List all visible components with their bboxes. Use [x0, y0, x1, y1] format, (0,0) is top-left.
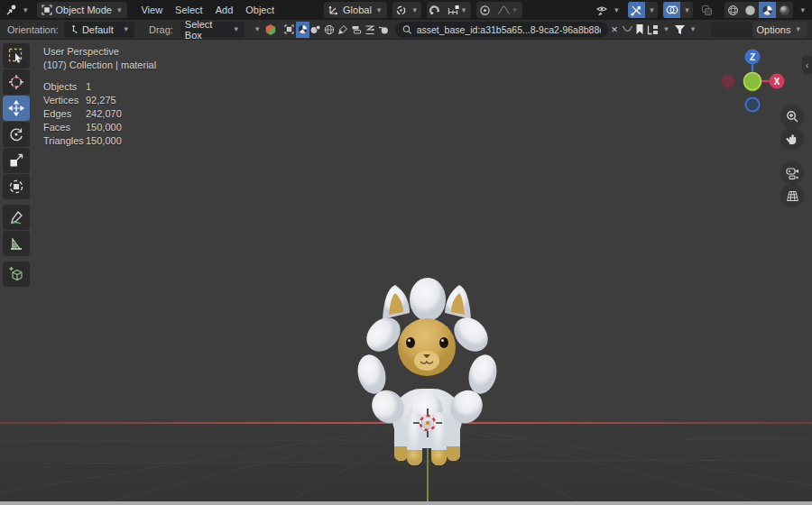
menu-add[interactable]: Add: [209, 2, 240, 18]
chevron-down-icon: ▾: [22, 6, 30, 14]
tool-transform[interactable]: [3, 174, 30, 199]
hand-icon: [786, 133, 798, 145]
printable-icon: [364, 24, 375, 35]
search-icon: [402, 24, 412, 35]
stat-label: Triangles: [43, 134, 86, 148]
drag-mode-dropdown[interactable]: Select Box ▾: [180, 22, 245, 38]
brush-icon: [337, 24, 348, 35]
asset-type-nodegroup-button[interactable]: [376, 22, 390, 38]
menu-view[interactable]: View: [134, 2, 169, 18]
tool-measure[interactable]: [3, 231, 30, 256]
menu-object[interactable]: Object: [239, 2, 281, 18]
drag-mode-value: Select Box: [185, 19, 229, 41]
asset-type-printable-button[interactable]: [363, 22, 376, 38]
shading-wireframe-button[interactable]: [724, 2, 742, 18]
orientation-dropdown-value: Default: [82, 24, 114, 35]
tool-rotate[interactable]: [3, 122, 30, 147]
drag-label: Drag:: [149, 24, 173, 35]
pan-button[interactable]: [780, 127, 804, 151]
tool-move[interactable]: [3, 96, 30, 121]
mode-dropdown[interactable]: Object Mode ▾: [37, 2, 128, 18]
xray-toggle[interactable]: [698, 2, 715, 18]
viewport-3d[interactable]: User Perspective (107) Collection | mate…: [0, 40, 812, 501]
chevron-down-icon: ▾: [232, 25, 240, 33]
tool-settings-bar: Orientation: Default ▾ Drag: Select Box …: [0, 20, 812, 40]
filter-dropdown[interactable]: ▾: [672, 22, 699, 38]
asset-search-field[interactable]: asset_base_id:a31b5a65...8-9ca2-96a8b88d…: [395, 22, 608, 38]
viewport-overlay-text: User Perspective (107) Collection | mate…: [43, 45, 156, 148]
proportional-edit-toggle[interactable]: [476, 2, 494, 18]
shading-solid-button[interactable]: [742, 2, 759, 18]
asset-type-addon-button[interactable]: [350, 22, 364, 38]
asset-type-scene-button[interactable]: [309, 22, 323, 38]
falloff-curve-icon: [497, 5, 511, 15]
orientation-label: Orientation:: [7, 24, 59, 35]
categories-dropdown[interactable]: ▾: [645, 22, 672, 38]
camera-view-button[interactable]: [780, 161, 804, 185]
material-icon: [298, 24, 308, 34]
chevron-down-icon: ▾: [689, 25, 697, 33]
overlays-icon: [666, 5, 678, 15]
transform-icon: [8, 179, 24, 195]
drag-orientation-dropdown[interactable]: Default ▾: [64, 22, 134, 38]
filter-funnel-icon: [674, 24, 686, 35]
stat-value: 92,275: [86, 94, 116, 107]
tool-annotate[interactable]: [3, 205, 30, 230]
move-icon: [8, 100, 24, 116]
chevron-down-icon: ▾: [613, 6, 621, 14]
flower-dog-model[interactable]: [337, 270, 518, 470]
blenderkit-panel-chevron[interactable]: ▾: [254, 25, 262, 33]
asset-progress-slot: [711, 23, 752, 37]
clear-search-button[interactable]: ×: [608, 22, 621, 38]
gizmo-x-label: X: [774, 77, 780, 87]
snap-settings-dropdown[interactable]: ▾: [444, 2, 471, 18]
blender-window: ▾ Object Mode ▾ View Select Add Object G…: [0, 0, 812, 505]
options-dropdown[interactable]: Options ▾: [752, 22, 807, 38]
gizmo-axis-neg-z[interactable]: [746, 98, 760, 112]
chevron-down-icon: ▾: [122, 25, 130, 33]
annotate-pen-icon: [8, 209, 24, 225]
axis-icon: [69, 24, 78, 34]
asset-type-hdr-button[interactable]: [323, 22, 337, 38]
shading-rendered-button[interactable]: [776, 2, 793, 18]
chevron-down-icon: ▾: [683, 6, 691, 14]
tool-scale[interactable]: [3, 148, 30, 173]
overlays-group: ▾: [663, 2, 693, 18]
tool-add-cube[interactable]: [3, 262, 30, 287]
tool-shelf: [3, 43, 32, 287]
asset-type-model-button[interactable]: [282, 22, 296, 38]
asset-type-brush-button[interactable]: [337, 22, 350, 38]
overlays-dropdown[interactable]: ▾: [680, 2, 693, 18]
tool-select-box[interactable]: [3, 43, 30, 69]
shading-dropdown[interactable]: ▾: [798, 6, 807, 14]
gizmo-axis-neg-x[interactable]: [722, 75, 735, 88]
show-gizmo-toggle[interactable]: [628, 2, 645, 18]
zoom-button[interactable]: [780, 105, 804, 128]
tool-cursor[interactable]: [3, 69, 30, 95]
show-overlays-toggle[interactable]: [663, 2, 680, 18]
menu-select[interactable]: Select: [169, 2, 209, 18]
toggle-perspective-button[interactable]: [780, 184, 804, 207]
shading-group: [724, 2, 793, 18]
falloff-dropdown[interactable]: ▾: [494, 2, 522, 18]
editor-type-button[interactable]: ▾: [4, 2, 32, 18]
blenderkit-logo-icon[interactable]: [264, 23, 277, 37]
bookmark-search-button[interactable]: [633, 22, 645, 38]
asset-type-material-button[interactable]: [296, 22, 309, 38]
visibility-dropdown[interactable]: ▾: [593, 2, 623, 18]
select-box-icon: [8, 48, 24, 64]
shading-material-button[interactable]: [759, 2, 776, 18]
navigation-gizmo[interactable]: Z X: [716, 43, 789, 115]
metaballs-icon: [310, 24, 321, 34]
transform-orientation-dropdown[interactable]: Global ▾: [324, 2, 387, 18]
search-history-button[interactable]: [621, 22, 633, 38]
pivot-point-dropdown[interactable]: ▾: [392, 2, 421, 18]
wireframe-sphere-icon: [727, 5, 739, 16]
options-label: Options: [757, 24, 791, 35]
gizmo-dropdown[interactable]: ▾: [645, 2, 658, 18]
chevron-down-icon: ▾: [460, 6, 468, 14]
snap-toggle-button[interactable]: [427, 2, 444, 18]
sidebar-collapse-arrow[interactable]: ‹: [802, 56, 812, 74]
proportional-edit-icon: [479, 5, 491, 16]
stat-value: 1: [86, 80, 91, 94]
